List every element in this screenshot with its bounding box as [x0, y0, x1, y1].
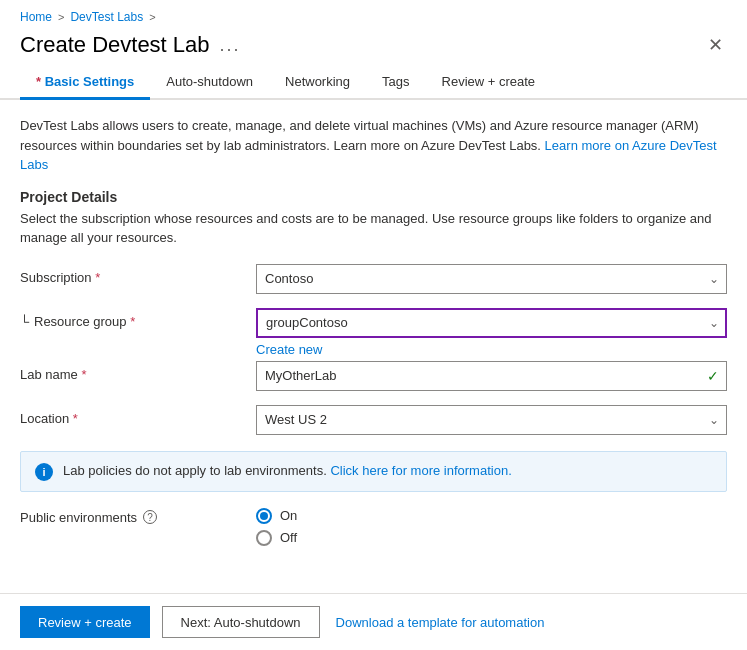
radio-on[interactable]: On [256, 508, 727, 524]
tab-auto-shutdown[interactable]: Auto-shutdown [150, 66, 269, 100]
location-select[interactable]: West US 2 [256, 405, 727, 435]
info-box: i Lab policies do not apply to lab envir… [20, 451, 727, 492]
main-content: DevTest Labs allows users to create, man… [0, 100, 747, 593]
public-environments-row: Public environments ? On Off [20, 508, 727, 546]
radio-on-label: On [280, 508, 297, 523]
lab-name-label: Lab name * [20, 367, 87, 382]
resource-group-select-wrapper: groupContoso ⌄ [256, 308, 727, 338]
check-icon: ✓ [707, 368, 719, 384]
title-bar: Create Devtest Lab ... ✕ [0, 28, 747, 66]
subscription-select-wrapper: Contoso ⌄ [256, 264, 727, 294]
subscription-select[interactable]: Contoso [256, 264, 727, 294]
create-new-link[interactable]: Create new [256, 342, 727, 357]
tab-networking[interactable]: Networking [269, 66, 366, 100]
resource-group-select[interactable]: groupContoso [256, 308, 727, 338]
location-label: Location * [20, 411, 78, 426]
description-text: DevTest Labs allows users to create, man… [20, 116, 727, 175]
subscription-label: Subscription * [20, 270, 100, 285]
download-template-link[interactable]: Download a template for automation [336, 615, 545, 630]
tab-review-create[interactable]: Review + create [426, 66, 552, 100]
close-button[interactable]: ✕ [704, 34, 727, 56]
breadcrumb-sep2: > [149, 11, 155, 23]
learn-more-link[interactable]: Learn more on Azure DevTest Labs [20, 138, 717, 173]
radio-off[interactable]: Off [256, 530, 727, 546]
breadcrumb-devtest[interactable]: DevTest Labs [70, 10, 143, 24]
section-desc-project: Select the subscription whose resources … [20, 209, 727, 248]
tab-tags[interactable]: Tags [366, 66, 425, 100]
page-title: Create Devtest Lab [20, 32, 210, 58]
tab-star: * [36, 74, 41, 89]
info-icon: i [35, 463, 53, 481]
footer: Review + create Next: Auto-shutdown Down… [0, 593, 747, 650]
tabs: * Basic Settings Auto-shutdown Networkin… [0, 66, 747, 100]
lab-name-row: Lab name * ✓ [20, 361, 727, 391]
lab-name-input[interactable] [256, 361, 727, 391]
lab-name-input-wrapper: ✓ [256, 361, 727, 391]
radio-off-circle [256, 530, 272, 546]
indent-line: └ [20, 314, 34, 329]
breadcrumb-sep1: > [58, 11, 64, 23]
review-create-button[interactable]: Review + create [20, 606, 150, 638]
location-row: Location * West US 2 ⌄ [20, 405, 727, 435]
resource-group-row: └ Resource group * groupContoso ⌄ Create… [20, 308, 727, 357]
radio-on-circle [256, 508, 272, 524]
more-options-icon[interactable]: ... [220, 35, 241, 56]
tab-basic-settings[interactable]: * Basic Settings [20, 66, 150, 100]
section-title-project: Project Details [20, 189, 727, 205]
info-link[interactable]: Click here for more information. [330, 463, 511, 478]
subscription-row: Subscription * Contoso ⌄ [20, 264, 727, 294]
help-icon[interactable]: ? [143, 510, 157, 524]
radio-off-label: Off [280, 530, 297, 545]
public-environments-label: Public environments [20, 510, 137, 525]
breadcrumb-home[interactable]: Home [20, 10, 52, 24]
location-select-wrapper: West US 2 ⌄ [256, 405, 727, 435]
resource-group-label: Resource group * [34, 314, 135, 329]
next-autoshutdown-button[interactable]: Next: Auto-shutdown [162, 606, 320, 638]
breadcrumb: Home > DevTest Labs > [0, 0, 747, 28]
info-text: Lab policies do not apply to lab environ… [63, 462, 512, 480]
